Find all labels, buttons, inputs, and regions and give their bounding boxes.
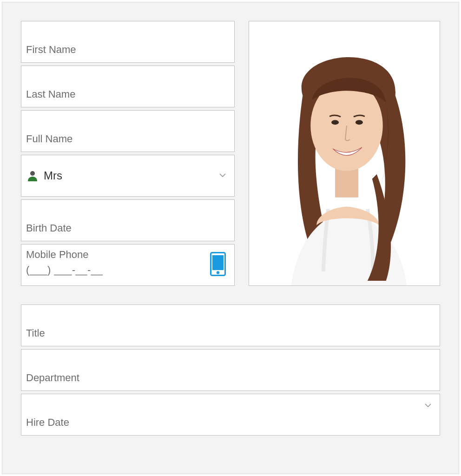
left-column: First Name Last Name Full Name Mrs [21,21,235,286]
hire-date-field[interactable]: Hire Date [21,394,440,436]
form-panel: First Name Last Name Full Name Mrs [2,2,459,474]
full-name-input[interactable] [21,111,234,152]
first-name-field[interactable]: First Name [21,21,235,63]
full-name-field[interactable]: Full Name [21,110,235,152]
svg-point-0 [30,171,35,176]
chevron-down-icon [425,403,431,408]
last-name-input[interactable] [21,66,234,107]
svg-point-7 [331,120,339,125]
bottom-column: Title Department Hire Date [21,304,440,436]
title-input[interactable] [21,305,440,346]
prefix-value: Mrs [44,169,62,182]
hire-date-input[interactable] [21,394,440,435]
birth-date-input[interactable] [21,200,234,241]
first-name-input[interactable] [21,21,234,62]
right-column [249,21,440,286]
prefix-dropdown[interactable]: Mrs [21,155,235,197]
department-input[interactable] [21,350,440,390]
chevron-down-icon [219,173,226,178]
top-row: First Name Last Name Full Name Mrs [21,21,440,286]
person-icon [27,170,38,181]
birth-date-field[interactable]: Birth Date [21,199,235,241]
svg-point-8 [356,120,363,125]
last-name-field[interactable]: Last Name [21,66,235,107]
mobile-phone-field[interactable]: Mobile Phone (___) ___-__-__ [21,244,235,286]
photo-placeholder [249,21,440,285]
department-field[interactable]: Department [21,349,440,391]
employee-photo [249,21,440,286]
title-field[interactable]: Title [21,304,440,346]
